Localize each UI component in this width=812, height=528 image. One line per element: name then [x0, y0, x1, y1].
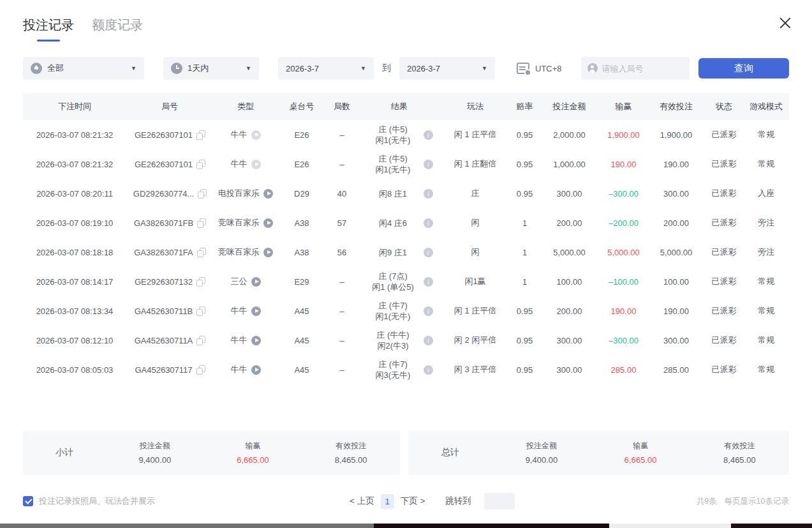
copy-icon[interactable] — [196, 365, 205, 374]
person-icon — [587, 63, 598, 73]
round-id-input[interactable] — [602, 64, 679, 73]
result-cell: 庄 (7点)闲1 (单公5) — [358, 271, 440, 292]
current-page-button[interactable]: 1 — [381, 494, 394, 509]
total-block: 总计 投注金额 9,400.00 输赢 6,665.00 有效投注 8,465.… — [408, 430, 789, 475]
game-type-text: 牛牛 — [231, 364, 247, 375]
column-header: 桌台号 — [278, 101, 325, 112]
info-icon[interactable] — [424, 130, 433, 140]
close-icon[interactable] — [779, 17, 792, 29]
date-to-value: 2026-3-7 — [407, 64, 440, 73]
result-line: 庄 (牛5) — [376, 153, 411, 164]
copy-icon[interactable] — [196, 130, 205, 139]
info-icon[interactable] — [424, 306, 433, 316]
play-video-icon[interactable] — [263, 189, 273, 199]
play-type-cell: 闲 1 庄翻倍 — [440, 158, 510, 170]
game-mode-cell: 常规 — [743, 129, 789, 140]
round-id-text: GA452630711B — [135, 306, 193, 316]
bet-time-cell: 2026-03-07 08:18:18 — [23, 248, 126, 257]
game-type-select[interactable]: ♠ 全部 ▼ — [23, 57, 144, 80]
pagination: < 上页 1 下页 > 跳转到 — [350, 493, 515, 509]
game-type-select-value: 全部 — [47, 63, 64, 74]
result-line: 闲9 庄1 — [379, 247, 407, 258]
table-row: 2026-03-07 08:21:32GE2626307101牛牛E26–庄 (… — [23, 149, 789, 179]
play-video-icon[interactable] — [251, 365, 261, 375]
jump-to-page-input[interactable] — [484, 493, 515, 509]
subtotal-bet: 投注金额 9,400.00 — [106, 441, 204, 465]
search-button[interactable]: 查询 — [698, 58, 789, 79]
result-line: 庄 (牛7) — [376, 300, 411, 311]
result-cell: 闲8 庄1 — [358, 188, 440, 199]
copy-icon[interactable] — [197, 248, 205, 257]
copy-icon[interactable] — [197, 218, 205, 227]
merge-checkbox[interactable] — [23, 496, 33, 506]
game-type-cell: 牛牛 — [213, 364, 278, 375]
play-video-icon[interactable] — [263, 218, 273, 228]
game-type-cell: 牛牛 — [213, 129, 278, 140]
result-line: 闲1(无牛) — [376, 164, 411, 175]
bet-amount-cell: 2,000.00 — [539, 130, 600, 140]
result-line: 闲1(无牛) — [376, 311, 411, 322]
round-id-cell: GA38263071FA — [126, 248, 213, 257]
round-id-text: GE2926307132 — [135, 277, 193, 287]
play-video-icon[interactable] — [251, 336, 261, 345]
result-line: 闲8 庄1 — [379, 188, 407, 199]
info-icon[interactable] — [424, 248, 433, 257]
game-type-cell: 牛牛 — [213, 335, 278, 346]
game-type-cell: 牛牛 — [213, 158, 278, 170]
chevron-down-icon: ▼ — [482, 65, 487, 72]
result-line: 庄 (牛5) — [376, 124, 411, 135]
play-video-icon[interactable] — [251, 160, 261, 169]
game-type-text: 竞咪百家乐 — [218, 217, 260, 229]
tab-quota-records[interactable]: 额度记录 — [92, 17, 143, 41]
tab-bet-records[interactable]: 投注记录 — [23, 17, 74, 41]
info-icon[interactable] — [424, 218, 433, 228]
info-icon[interactable] — [424, 189, 433, 199]
timezone-indicator[interactable]: UTC+8 — [517, 63, 562, 74]
copy-icon[interactable] — [196, 160, 205, 169]
copy-icon[interactable] — [196, 277, 205, 286]
date-from-picker[interactable]: 2026-3-7 ▼ — [278, 57, 374, 80]
date-from-value: 2026-3-7 — [286, 64, 319, 73]
filter-bar: ♠ 全部 ▼ 1天内 ▼ 2026-3-7 ▼ 到 2026-3-7 ▼ UTC… — [23, 57, 789, 80]
bet-amount-cell: 5,000.00 — [539, 248, 600, 257]
round-id-cell: GA38263071FB — [126, 218, 213, 228]
jump-to-label: 跳转到 — [445, 495, 471, 507]
status-cell: 已派彩 — [705, 217, 743, 229]
bet-amount-cell: 200.00 — [539, 218, 600, 228]
game-type-text: 竞咪百家乐 — [218, 246, 260, 258]
round-id-cell: GA4526307117 — [126, 365, 213, 375]
info-icon[interactable] — [424, 365, 433, 375]
play-video-icon[interactable] — [251, 130, 261, 140]
result-text: 庄 (牛7)闲1(无牛) — [376, 300, 424, 322]
table-header: 下注时间局号类型桌台号局数结果玩法赔率投注金额输赢有效投注状态游戏模式 — [23, 93, 789, 120]
game-type-cell: 竞咪百家乐 — [213, 246, 278, 258]
time-range-select[interactable]: 1天内 ▼ — [163, 57, 259, 80]
column-header: 类型 — [213, 101, 278, 112]
status-cell: 已派彩 — [705, 246, 743, 258]
info-icon[interactable] — [424, 277, 433, 287]
column-header: 局号 — [126, 101, 213, 112]
date-to-picker[interactable]: 2026-3-7 ▼ — [399, 57, 495, 80]
game-type-text: 电投百家乐 — [218, 188, 260, 199]
play-video-icon[interactable] — [251, 277, 261, 287]
game-type-text: 牛牛 — [231, 158, 247, 170]
round-id-cell: GA452630711A — [126, 336, 213, 345]
play-video-icon[interactable] — [251, 306, 261, 316]
game-mode-cell: 常规 — [743, 305, 789, 317]
bet-time-cell: 2026-03-07 08:12:10 — [23, 336, 126, 345]
status-cell: 已派彩 — [705, 158, 743, 170]
column-header: 玩法 — [440, 101, 510, 112]
game-mode-cell: 常规 — [743, 158, 789, 170]
total-win: 输赢 6,665.00 — [591, 441, 690, 465]
record-stats: 共9条 每页显示10条记录 — [697, 496, 789, 507]
copy-icon[interactable] — [196, 336, 205, 345]
prev-page-button[interactable]: < 上页 — [350, 495, 374, 507]
game-mode-cell: 常规 — [743, 335, 789, 346]
copy-icon[interactable] — [198, 189, 206, 198]
info-icon[interactable] — [424, 336, 433, 345]
next-page-button[interactable]: 下页 > — [401, 495, 425, 507]
info-icon[interactable] — [424, 160, 433, 169]
time-range-select-value: 1天内 — [188, 63, 209, 74]
copy-icon[interactable] — [196, 306, 205, 315]
play-video-icon[interactable] — [263, 248, 273, 257]
